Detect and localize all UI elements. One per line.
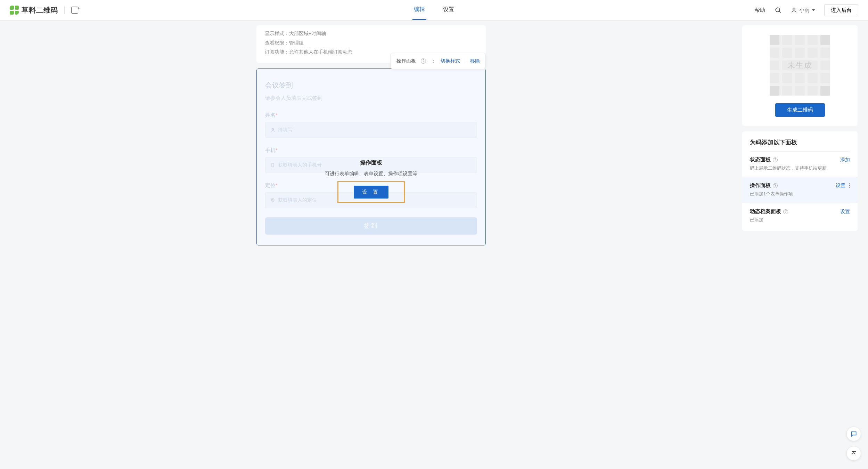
qr-placeholder: 未生成 [770,35,830,96]
divider [64,6,65,14]
panels-heading: 为码添加以下面板 [750,138,850,146]
remove-link[interactable]: 移除 [470,56,480,66]
panel-hover-toolbar: 操作面板 ? ： 切换样式 移除 [391,53,486,69]
user-icon [791,7,797,13]
panel-action-settings[interactable]: 设置 [836,183,845,189]
panel-action-add[interactable]: 添加 [840,157,850,163]
user-name: 小雨 [799,7,810,14]
svg-point-2 [793,8,795,10]
info-row: 查看权限：管理组 [265,38,477,48]
logo[interactable]: 草料二维码 [10,6,58,15]
generate-qr-button[interactable]: 生成二维码 [775,103,825,117]
settings-popover: 操作面板 可进行表单编辑、表单设置、操作项设置等 设 置 [325,159,417,203]
panel-name: 操作面板 ? [750,182,778,189]
svg-point-6 [272,199,273,200]
help-link[interactable]: 帮助 [755,7,765,14]
hover-colon: ： [431,56,436,66]
divider [465,58,465,63]
help-icon[interactable]: ? [421,58,426,64]
main-tabs: 编辑 设置 [412,0,456,20]
switch-style-link[interactable]: 切换样式 [441,56,460,66]
logo-icon [10,6,19,15]
svg-line-1 [779,11,781,13]
svg-point-3 [272,128,274,130]
enter-admin-button[interactable]: 进入后台 [824,4,858,16]
qr-card: 未生成 生成二维码 [742,25,858,126]
record-settings-card: 显示样式：大部区域+时间轴 查看权限：管理组 订阅功能：允许其他人在手机端订阅动… [256,25,486,63]
popover-title: 操作面板 [360,159,382,167]
form-title: 会议签到 [265,81,477,90]
more-icon[interactable] [849,183,850,188]
location-icon [270,198,275,203]
user-icon [270,128,275,132]
panel-desc: 已添加1个表单操作项 [750,191,850,197]
submit-button[interactable]: 签到 [265,217,477,235]
panel-action-settings[interactable]: 设置 [840,209,850,215]
app-header: 草料二维码 编辑 设置 帮助 小雨 进入后台 [0,0,868,21]
popover-desc: 可进行表单编辑、表单设置、操作项设置等 [325,171,417,177]
panel-name: 动态档案面板 ? [750,208,788,215]
form-subtitle: 请参会人员填表完成签到 [265,95,477,102]
help-icon[interactable]: ? [773,157,778,162]
panel-item-archive: 动态档案面板 ? 设置 已添加 [750,203,850,229]
panel-item-status: 状态面板 ? 添加 码上展示二维码状态，支持手机端更新 [750,151,850,177]
panel-item-action[interactable]: 操作面板 ? 设置 已添加1个表单操作项 [742,177,858,203]
help-icon[interactable]: ? [783,209,788,214]
field-label-name: 姓名* [265,112,477,119]
panels-card: 为码添加以下面板 状态面板 ? 添加 码上展示二维码状态，支持手机端更新 操作面… [742,131,858,231]
new-window-icon[interactable] [71,6,79,14]
popover-highlight-box: 设 置 [337,181,405,203]
chevron-down-icon [812,9,815,11]
help-icon[interactable]: ? [773,183,778,188]
phone-icon [270,163,275,168]
panel-desc: 已添加 [750,217,850,223]
panel-name: 状态面板 ? [750,156,778,163]
qr-placeholder-text: 未生成 [787,60,812,71]
svg-point-0 [776,8,780,12]
name-field[interactable]: 待填写 [265,122,477,138]
info-row: 显示样式：大部区域+时间轴 [265,29,477,38]
popover-settings-button[interactable]: 设 置 [354,186,388,199]
panel-desc: 码上展示二维码状态，支持手机端更新 [750,165,850,171]
hover-title: 操作面板 [396,56,416,66]
user-menu[interactable]: 小雨 [791,7,815,14]
field-label-phone: 手机* [265,147,477,154]
logo-text: 草料二维码 [22,6,58,15]
search-icon[interactable] [774,6,782,14]
tab-settings[interactable]: 设置 [442,0,456,20]
tab-edit[interactable]: 编辑 [412,0,426,20]
form-panel[interactable]: 会议签到 请参会人员填表完成签到 姓名* 待填写 手机* 获取填表人的手机号 定… [256,68,486,245]
